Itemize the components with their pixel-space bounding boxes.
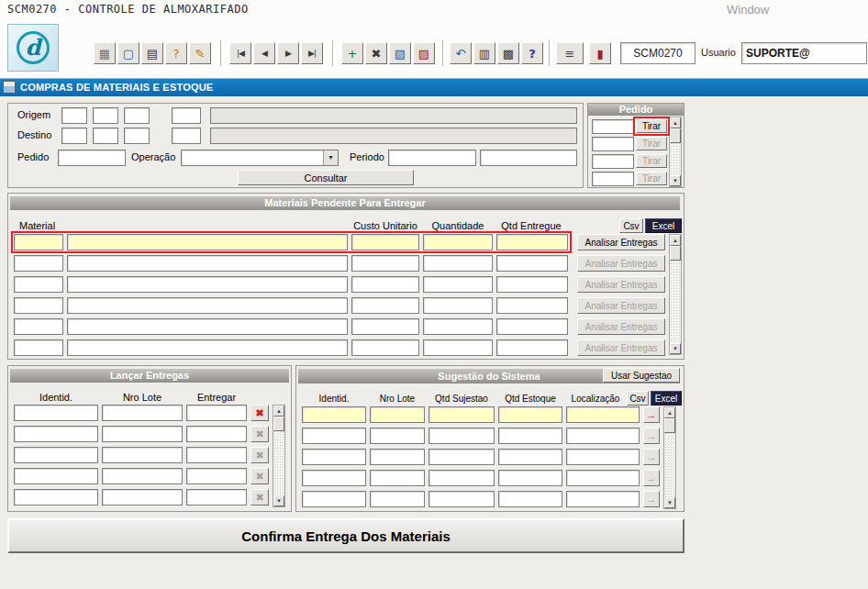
qtd-sugestao-input[interactable] [428,449,495,465]
scroll-down-icon[interactable]: ▼ [664,497,675,508]
material-desc-input[interactable] [67,255,348,272]
destino-code-input[interactable] [124,128,150,144]
entregar-input[interactable] [186,447,247,463]
pedido-item-input[interactable] [592,137,634,151]
quantidade-input[interactable] [423,234,493,250]
nro-lote-input[interactable] [102,447,183,463]
execute-query-button[interactable]: ✎ [189,42,211,64]
periodo-start-input[interactable] [388,150,476,166]
qtd-entregue-input[interactable] [496,297,568,314]
sugestao-nro-lote-input[interactable] [370,491,425,507]
save-button[interactable]: ▦ [94,42,116,64]
scroll-thumb[interactable] [670,246,681,261]
scroll-down-icon[interactable]: ▼ [273,495,284,506]
periodo-end-input[interactable] [480,150,577,166]
scroll-down-icon[interactable]: ▼ [670,175,681,186]
qtd-sugestao-input[interactable] [428,428,495,444]
quantidade-input[interactable] [423,276,493,293]
localizacao-input[interactable] [566,491,640,507]
sugestao-scrollbar[interactable]: ▲ ▼ [663,406,676,509]
identid-input[interactable] [14,405,98,421]
custo-unitario-input[interactable] [351,318,419,335]
localizacao-input[interactable] [566,406,640,423]
remove-row-button[interactable]: ✖ [250,405,269,421]
origem-code-input[interactable] [93,107,118,124]
material-code-input[interactable] [14,318,63,335]
quantidade-input[interactable] [423,255,493,272]
scroll-up-icon[interactable]: ▲ [670,235,681,246]
paste-button[interactable]: ▥ [473,42,495,64]
identid-input[interactable] [14,489,98,506]
insert-record-button[interactable]: + [341,42,363,64]
pedido-item-input[interactable] [592,119,634,134]
material-code-input[interactable] [14,255,63,272]
scroll-thumb[interactable] [670,128,681,143]
scroll-up-icon[interactable]: ▲ [664,407,675,418]
tirar-button[interactable]: Tirar [636,119,667,133]
program-code-field[interactable] [620,42,696,64]
nro-lote-input[interactable] [102,426,183,442]
pedido-item-input[interactable] [592,172,634,186]
qtd-entregue-input[interactable] [496,339,568,356]
first-record-button[interactable]: |◀ [229,42,251,64]
next-record-button[interactable]: ▶ [277,42,299,64]
entregar-input[interactable] [186,405,247,421]
exit-button[interactable]: ▮ [589,42,611,64]
consultar-button[interactable]: Consultar [238,170,414,185]
apply-suggestion-button[interactable]: → [643,406,660,423]
pedido-scrollbar[interactable]: ▲ ▼ [669,117,682,187]
destino-code-input[interactable] [93,128,118,144]
entregar-input[interactable] [186,489,247,506]
qtd-entregue-input[interactable] [496,255,568,272]
material-desc-input[interactable] [67,318,348,335]
enter-query-button[interactable]: ? [165,42,187,64]
lock-record-button[interactable]: ▩ [497,42,519,64]
nro-lote-input[interactable] [102,468,183,484]
nro-lote-input[interactable] [102,405,183,421]
custo-unitario-input[interactable] [351,339,419,356]
scroll-down-icon[interactable]: ▼ [670,343,681,354]
nro-lote-input[interactable] [102,489,183,506]
menu-button[interactable]: ≡ [556,42,584,64]
pedido-input[interactable] [58,150,126,166]
quantidade-input[interactable] [423,297,493,314]
analisar-entregas-button[interactable]: Analisar Entregas [577,234,665,250]
confirma-entrega-button[interactable]: Confirma Entrega Dos Materiais [7,518,684,553]
undo-button[interactable]: ↶ [450,42,472,64]
preview-button[interactable]: ▢ [117,42,139,64]
qtd-estoque-input[interactable] [498,406,562,423]
identid-input[interactable] [14,426,98,442]
qtd-entregue-input[interactable] [496,276,568,293]
custo-unitario-input[interactable] [351,234,419,250]
print-button[interactable]: ▤ [141,42,163,64]
material-desc-input[interactable] [67,297,348,314]
sugestao-nro-lote-input[interactable] [370,428,425,444]
lancar-scrollbar[interactable]: ▲ ▼ [273,405,285,507]
scroll-up-icon[interactable]: ▲ [670,117,681,128]
sugestao-identid-input[interactable] [302,470,366,486]
material-desc-input[interactable] [67,339,348,356]
destino-code-input[interactable] [61,128,87,144]
qtd-entregue-input[interactable] [496,318,568,335]
scroll-thumb[interactable] [273,417,284,431]
quantidade-input[interactable] [423,318,493,335]
custo-unitario-input[interactable] [351,255,419,272]
entregar-input[interactable] [186,426,247,442]
excel-button[interactable]: Excel [651,391,682,406]
pedido-item-input[interactable] [592,154,634,169]
origem-code-input[interactable] [172,107,201,124]
origem-code-input[interactable] [61,107,87,124]
quantidade-input[interactable] [423,339,493,356]
qtd-estoque-input[interactable] [498,491,562,507]
user-field[interactable] [741,42,867,64]
identid-input[interactable] [14,447,98,463]
qtd-sugestao-input[interactable] [428,406,495,423]
menu-window[interactable]: Window [727,3,769,17]
qtd-estoque-input[interactable] [498,470,562,486]
sugestao-identid-input[interactable] [302,491,366,507]
scroll-thumb[interactable] [664,418,675,433]
search-button[interactable]: ▧ [389,42,411,64]
material-desc-input[interactable] [67,276,348,293]
qtd-entregue-input[interactable] [496,234,568,250]
sugestao-nro-lote-input[interactable] [370,449,425,465]
